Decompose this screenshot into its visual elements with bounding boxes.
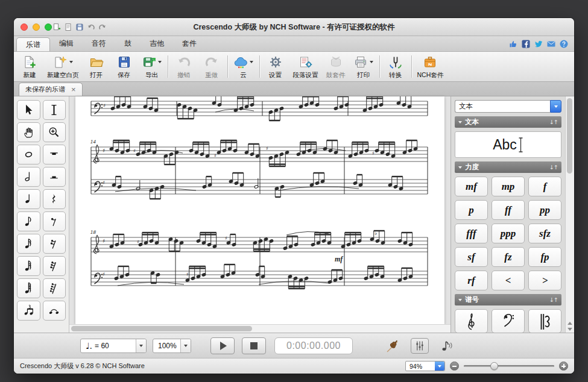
close-tab-icon[interactable]: ×	[71, 86, 76, 93]
vertical-scrollbar-thumb[interactable]	[567, 98, 572, 174]
palette-tool-triplet[interactable]	[17, 301, 40, 321]
horizontal-scrollbar[interactable]	[69, 324, 450, 333]
reorder-icon[interactable]: ↓↑	[549, 164, 558, 171]
clef-button-alto[interactable]	[528, 309, 561, 333]
minimize-window-button[interactable]	[33, 23, 40, 31]
dynamic-button-pp[interactable]: pp	[528, 200, 561, 220]
palette-tool-eighth-note[interactable]	[17, 211, 40, 231]
palette-tool-sixteenth-note[interactable]	[17, 234, 40, 254]
zoom-slider-thumb[interactable]	[490, 362, 498, 370]
dynamic-button-mp[interactable]: mp	[492, 177, 525, 196]
zoom-slider[interactable]	[464, 362, 554, 371]
tempo-selector[interactable]: ♩. = 60	[80, 339, 147, 353]
titlebar-new-icon[interactable]	[52, 23, 61, 31]
menu-tab-guitar[interactable]: 吉他	[141, 36, 173, 51]
reorder-icon[interactable]: ↓↑	[549, 296, 558, 303]
menu-tab-score[interactable]: 乐谱	[16, 37, 50, 51]
reorder-icon[interactable]: ↓↑	[549, 119, 558, 125]
menu-tab-notes[interactable]: 音符	[83, 36, 115, 51]
toolbar-button-settings[interactable]: 设置	[262, 53, 289, 81]
dynamic-button-decrescendo[interactable]: >	[528, 271, 561, 290]
vertical-scrollbar[interactable]	[565, 96, 574, 333]
toolbar-button-undo[interactable]: 撤销	[170, 53, 198, 81]
playback-sound-button[interactable]	[438, 337, 455, 354]
scroll-down-icon[interactable]	[567, 328, 572, 331]
toolbar-button-save[interactable]: 保存	[110, 53, 138, 81]
dynamic-button-ppp[interactable]: ppp	[492, 224, 525, 243]
toolbar-button-open[interactable]: 打开	[83, 53, 110, 81]
stop-button[interactable]	[242, 337, 266, 354]
menu-tab-drums[interactable]: 鼓	[115, 36, 141, 51]
toolbar-button-new-blank-page[interactable]: 新建空白页	[43, 53, 83, 81]
playback-speed-selector[interactable]: 100%	[153, 339, 191, 353]
scroll-up-icon[interactable]	[567, 322, 572, 325]
palette-tool-eighth-rest[interactable]	[43, 211, 66, 231]
dynamic-button-sf[interactable]: sf	[455, 247, 488, 267]
palette-tool-thirty-second-note[interactable]	[17, 256, 40, 276]
palette-tool-sixty-fourth-note[interactable]	[17, 278, 40, 298]
palette-tool-select[interactable]	[17, 100, 40, 120]
mixer-button[interactable]	[411, 338, 429, 354]
palette-tool-whole-rest[interactable]	[43, 145, 66, 164]
palette-tool-sixteenth-rest[interactable]	[43, 234, 66, 254]
clef-button-bass[interactable]	[492, 309, 525, 333]
dynamic-button-rf[interactable]: rf	[455, 271, 488, 290]
dynamic-button-fff[interactable]: fff	[455, 224, 488, 243]
palette-tool-hand[interactable]	[17, 122, 40, 142]
titlebar-redo-icon[interactable]	[98, 23, 107, 31]
titlebar-save-icon[interactable]	[75, 23, 84, 31]
clef-button-treble[interactable]	[455, 309, 488, 333]
section-header-text[interactable]: 文本 ↓↑	[455, 116, 561, 128]
titlebar-open-icon[interactable]	[64, 23, 72, 31]
palette-tool-half-rest[interactable]	[43, 167, 66, 187]
palette-tool-tie[interactable]	[43, 301, 66, 321]
toolbar-button-section-settings[interactable]: 段落设置	[289, 53, 322, 81]
zoom-out-button[interactable]	[450, 362, 459, 371]
palette-tool-half-note[interactable]	[17, 167, 40, 187]
titlebar-undo-icon[interactable]	[87, 23, 95, 31]
menu-tab-edit[interactable]: 编辑	[50, 36, 83, 51]
text-tool-preview[interactable]: Abc	[455, 131, 561, 158]
palette-tool-quarter-note[interactable]	[17, 189, 40, 209]
toolbar-button-print[interactable]: 打印	[350, 53, 378, 81]
palette-tool-quarter-rest[interactable]	[43, 189, 66, 209]
play-button[interactable]	[210, 337, 235, 354]
menu-tab-suite[interactable]: 套件	[173, 36, 206, 51]
instrument-button[interactable]	[384, 337, 401, 354]
palette-tool-zoom[interactable]	[43, 122, 66, 142]
section-header-clefs[interactable]: 谱号 ↓↑	[455, 294, 561, 305]
like-icon[interactable]	[509, 40, 517, 48]
palette-tool-barline[interactable]	[43, 100, 66, 120]
toolbar-button-nch-suite[interactable]: NCH套件	[414, 53, 447, 81]
toolbar-button-drum-kit[interactable]: 鼓套件	[322, 53, 350, 81]
dynamic-button-f[interactable]: f	[528, 177, 561, 196]
title-bar[interactable]: Crescendo 大师级 by NCH Software - 有许可证授权的软…	[14, 18, 574, 36]
toolbar-button-redo[interactable]: 重做	[198, 53, 226, 81]
close-window-button[interactable]	[21, 23, 28, 31]
zoom-percent-select[interactable]: 94%	[405, 361, 445, 371]
dynamic-button-fz[interactable]: fz	[492, 247, 525, 267]
section-header-dynamics[interactable]: 力度 ↓↑	[455, 161, 561, 173]
dynamic-button-mf[interactable]: mf	[455, 177, 488, 196]
email-icon[interactable]	[547, 40, 555, 48]
document-tab[interactable]: 未保存的乐谱 ×	[19, 83, 83, 96]
facebook-icon[interactable]	[522, 40, 530, 48]
dynamic-button-p[interactable]: p	[455, 200, 488, 220]
score-canvas[interactable]: ♯♯♯14♯♯♯♯♯♯18♭♯♯♯mf	[75, 96, 444, 324]
toolbar-button-new[interactable]: 新建	[16, 53, 43, 81]
toolbar-button-cloud[interactable]: 云	[230, 53, 258, 81]
zoom-window-button[interactable]	[45, 23, 52, 31]
help-icon[interactable]	[560, 40, 568, 48]
dynamic-button-sfz[interactable]: sfz	[528, 224, 561, 243]
dynamic-button-fp[interactable]: fp	[528, 247, 561, 267]
palette-tool-whole-note[interactable]	[17, 145, 40, 164]
zoom-in-button[interactable]	[559, 362, 568, 371]
dynamic-button-crescendo[interactable]: <	[492, 271, 525, 290]
toolbar-button-export[interactable]: 导出	[138, 53, 166, 81]
dropdown-button[interactable]	[136, 339, 146, 352]
dynamic-button-ff[interactable]: ff	[492, 200, 525, 220]
palette-tool-sixty-fourth-rest[interactable]	[43, 278, 66, 298]
twitter-icon[interactable]	[534, 40, 543, 48]
dropdown-button[interactable]	[435, 362, 444, 371]
horizontal-scrollbar-thumb[interactable]	[71, 326, 252, 331]
